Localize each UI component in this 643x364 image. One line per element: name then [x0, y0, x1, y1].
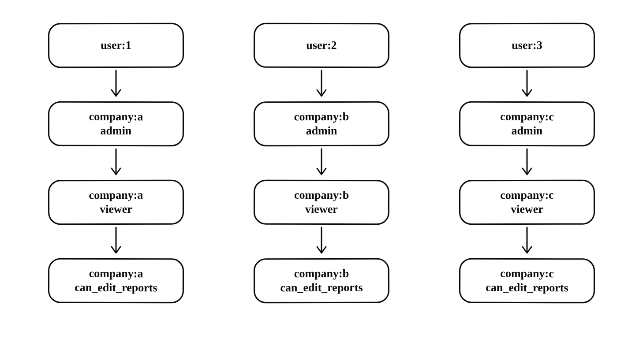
- arrow-down-icon: [107, 68, 125, 101]
- diagram-node-viewer: company:b viewer: [254, 180, 389, 225]
- node-line: company:b: [294, 109, 349, 124]
- diagram-node-admin: company:c admin: [459, 101, 595, 147]
- arrow-down-icon: [313, 146, 330, 180]
- node-line: company:a: [89, 188, 143, 202]
- diagram-node-viewer: company:a viewer: [48, 180, 184, 225]
- arrow-down-icon: [107, 146, 125, 180]
- diagram-node-user: user:2: [254, 23, 389, 68]
- diagram-node-user: user:3: [459, 23, 595, 68]
- diagram-node-admin: company:a admin: [48, 101, 184, 147]
- diagram-node-user: user:1: [48, 23, 184, 68]
- diagram-node-can-edit-reports: company:a can_edit_reports: [48, 258, 184, 304]
- diagram-node-viewer: company:c viewer: [459, 180, 595, 225]
- arrow-down-icon: [518, 146, 536, 180]
- node-line: viewer: [305, 202, 338, 217]
- diagram-column: user:2 company:b admin company:b viewer …: [249, 23, 394, 303]
- diagram-column: user:3 company:c admin company:c viewer …: [454, 23, 600, 303]
- node-line: user:1: [101, 38, 131, 53]
- node-line: company:b: [294, 188, 349, 202]
- node-line: can_edit_reports: [75, 281, 157, 295]
- node-line: user:2: [306, 38, 336, 53]
- arrow-down-icon: [518, 225, 536, 258]
- diagram-node-can-edit-reports: company:c can_edit_reports: [459, 258, 595, 304]
- node-line: can_edit_reports: [486, 281, 568, 295]
- node-line: company:c: [500, 109, 553, 124]
- arrow-down-icon: [107, 225, 125, 258]
- diagram-canvas: user:1 company:a admin company:a viewer …: [0, 0, 643, 364]
- diagram-node-can-edit-reports: company:b can_edit_reports: [254, 258, 389, 304]
- node-line: can_edit_reports: [280, 281, 363, 295]
- node-line: company:a: [89, 266, 143, 281]
- node-line: admin: [101, 124, 132, 138]
- diagram-node-admin: company:b admin: [254, 101, 389, 147]
- node-line: company:c: [500, 266, 553, 281]
- node-line: viewer: [100, 202, 132, 217]
- node-line: company:b: [294, 266, 349, 281]
- node-line: user:3: [512, 38, 542, 53]
- arrow-down-icon: [518, 68, 536, 101]
- arrow-down-icon: [313, 68, 330, 101]
- node-line: company:c: [500, 188, 553, 202]
- node-line: viewer: [511, 202, 543, 217]
- diagram-column: user:1 company:a admin company:a viewer …: [43, 23, 189, 303]
- arrow-down-icon: [313, 225, 330, 258]
- node-line: admin: [512, 124, 543, 138]
- node-line: admin: [306, 124, 337, 138]
- node-line: company:a: [89, 109, 143, 124]
